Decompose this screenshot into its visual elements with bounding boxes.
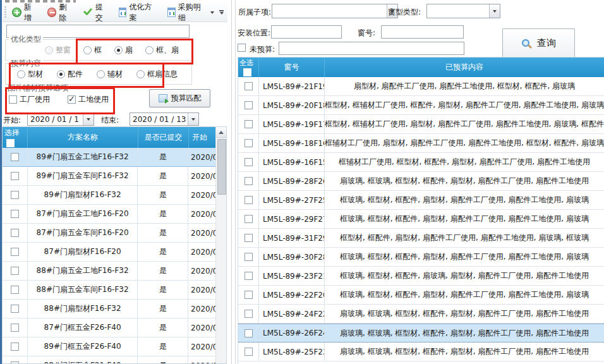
checkbox-icon[interactable] <box>9 95 17 104</box>
row-select-cell[interactable] <box>3 148 28 166</box>
radio-icon[interactable] <box>17 70 25 78</box>
table-row[interactable]: LM5L-89#-23F21框玻璃, 框型材, 框配件, 扇玻璃, 扇型材, 扇… <box>238 267 604 286</box>
table-row[interactable]: LM5L-89#-31F29框型材, 框配件, 扇型材, 扇配件工厂使用, 扇配… <box>238 229 604 248</box>
table-row[interactable]: LM5L-89#-28F26扇玻璃, 框玻璃, 框型材, 框配件, 扇型材, 扇… <box>238 172 604 191</box>
select-all-checkbox[interactable] <box>6 139 15 147</box>
table-row[interactable]: LM5L-89#-24F22扇玻璃, 框玻璃, 框型材, 框配件, 扇型材, 扇… <box>238 305 604 324</box>
radio-icon[interactable] <box>145 46 154 54</box>
row-select-cell[interactable] <box>238 96 259 114</box>
table-row[interactable]: LM5L-89#-22F20框玻璃, 框型材, 框配件, 扇型材, 扇配件工厂使… <box>238 286 604 305</box>
table-row[interactable]: LM5L-89#-16F15框辅材工厂使用, 框型材, 框配件, 扇型材, 扇配… <box>238 153 604 172</box>
checkbox-icon[interactable] <box>245 234 253 242</box>
toolbar-button-add[interactable]: 新增 <box>9 0 42 25</box>
checkbox-icon[interactable] <box>11 343 19 351</box>
row-select-cell[interactable] <box>3 224 28 242</box>
toolbar-overflow-button[interactable] <box>217 9 226 16</box>
date-start-dropdown-button[interactable] <box>83 113 94 125</box>
no-budget-input[interactable] <box>279 42 464 55</box>
toolbar-grip[interactable] <box>4 6 6 19</box>
checkbox-icon[interactable] <box>245 101 253 109</box>
table-row[interactable]: 88#门扇五金工地F16-F32是2020/0 <box>3 262 215 281</box>
query-button[interactable]: 查询 <box>502 28 575 58</box>
budget-content-option-0[interactable]: 型材 <box>17 69 43 80</box>
checkbox-icon[interactable] <box>245 291 253 299</box>
plan-header-name[interactable]: 方案名称 <box>28 127 138 148</box>
checkbox-icon[interactable] <box>245 272 253 280</box>
toolbar-button-submit[interactable]: 提交 <box>79 0 114 25</box>
row-select-cell[interactable] <box>3 281 28 299</box>
row-select-cell[interactable] <box>238 210 259 228</box>
plan-header-submitted[interactable]: 是否已提交 <box>138 127 189 148</box>
row-select-cell[interactable] <box>238 305 259 323</box>
checkbox-icon[interactable] <box>11 267 19 275</box>
budget-content-option-3[interactable]: 框扇信息 <box>136 69 178 80</box>
checkbox-icon[interactable] <box>245 253 253 261</box>
checkbox-icon[interactable] <box>245 177 253 185</box>
table-row[interactable]: LM5L-89#-26F24扇玻璃, 框玻璃, 框型材, 框配件, 扇型材, 扇… <box>238 324 604 343</box>
row-select-cell[interactable] <box>238 191 259 209</box>
table-row[interactable]: 88#门框五金F21-F40是2020/0 <box>3 356 215 363</box>
optimize-type-option-2[interactable]: 扇 <box>114 45 133 56</box>
checkbox-icon[interactable] <box>245 139 253 147</box>
checkbox-icon[interactable] <box>11 229 19 237</box>
checkbox-icon[interactable] <box>245 329 253 337</box>
table-row[interactable]: LM5L-89#-19F17框型材, 框辅材工厂使用, 扇型材, 扇配件工厂使用… <box>238 115 604 134</box>
accessory-option-0[interactable]: 工厂使用 <box>9 94 50 105</box>
date-end-dropdown-button[interactable] <box>188 113 198 125</box>
table-row[interactable]: 87#门框五金F26-F40是2020/0 <box>3 318 215 337</box>
table-row[interactable]: 87#门扇五金工地F16-F20是2020/0 <box>3 205 215 224</box>
row-select-cell[interactable] <box>3 243 28 261</box>
date-end-picker[interactable]: 2020 / 01 / 13 <box>130 112 199 126</box>
table-row[interactable]: 89#门扇五金工地F16-F32是2020/0 <box>3 148 215 167</box>
sub-item-combo[interactable] <box>272 4 398 18</box>
checkbox-icon[interactable] <box>11 286 19 294</box>
radio-icon[interactable] <box>114 46 123 54</box>
row-select-cell[interactable] <box>238 229 259 247</box>
panel-splitter[interactable] <box>231 0 232 364</box>
checkbox-icon[interactable] <box>245 348 253 356</box>
budget-content-option-2[interactable]: 辅材 <box>97 69 123 80</box>
budget-match-button[interactable]: 预算匹配 <box>149 89 210 107</box>
row-select-cell[interactable] <box>238 324 259 342</box>
table-row[interactable]: LM5L-89#-18F16框辅材工厂使用, 扇型材, 扇配件工厂使用, 扇配件… <box>238 134 604 153</box>
checkbox-icon[interactable] <box>245 310 253 318</box>
row-select-cell[interactable] <box>3 167 28 185</box>
table-row[interactable]: LM5L-89#-25F23扇玻璃, 框玻璃, 框型材, 框配件, 扇型材, 扇… <box>238 343 604 361</box>
no-budget-checkbox[interactable] <box>238 44 246 52</box>
table-row[interactable]: LM5L-89#-29F27框玻璃, 框型材, 框配件, 扇型材, 扇配件工厂使… <box>238 210 604 229</box>
checkbox-icon[interactable] <box>68 95 76 104</box>
table-row[interactable]: 89#门扇型材F16-F32是2020/0 <box>3 186 215 205</box>
table-row[interactable]: LM5L-89#-30F28框玻璃, 框型材, 框配件, 扇型材, 扇配件工厂使… <box>238 248 604 267</box>
row-select-cell[interactable] <box>238 248 259 266</box>
plan-header-select[interactable]: 选择 <box>3 127 28 148</box>
panel-splitter[interactable] <box>235 0 236 364</box>
table-row[interactable]: LM5L-89#-20F18框型材, 框辅材工厂使用, 框配件, 扇型材, 扇配… <box>238 96 604 115</box>
row-select-cell[interactable] <box>3 318 28 337</box>
table-row[interactable]: LM5L-89#-21F19扇型材, 扇配件工厂使用, 扇配件工地使用, 框型材… <box>238 77 604 96</box>
radio-icon[interactable] <box>83 46 92 54</box>
checkbox-icon[interactable] <box>11 191 19 199</box>
row-select-cell[interactable] <box>3 186 28 204</box>
accessory-option-1[interactable]: 工地使用 <box>68 94 109 105</box>
optimize-type-option-0[interactable]: 整窗 <box>45 45 71 56</box>
row-select-cell[interactable] <box>238 172 259 190</box>
select-all-checkbox[interactable] <box>243 68 251 76</box>
checkbox-icon[interactable] <box>11 210 19 218</box>
date-start-picker[interactable]: 2020 / 01 / 1 <box>27 112 94 126</box>
window-type-dropdown-button[interactable] <box>489 4 500 18</box>
optimize-type-option-1[interactable]: 框 <box>83 45 102 56</box>
window-header-content[interactable]: 已预算内容 <box>325 58 604 77</box>
optimize-type-option-3[interactable]: 框、扇 <box>145 45 179 56</box>
window-type-combo[interactable] <box>426 4 500 18</box>
checkbox-icon[interactable] <box>245 215 253 223</box>
row-select-cell[interactable] <box>3 337 28 356</box>
row-select-cell[interactable] <box>3 262 28 280</box>
checkbox-icon[interactable] <box>11 248 19 256</box>
table-row[interactable]: 88#门扇五金车间F16-F32是2020/0 <box>3 281 215 300</box>
row-select-cell[interactable] <box>238 267 259 285</box>
checkbox-icon[interactable] <box>245 82 253 90</box>
row-select-cell[interactable] <box>238 343 259 361</box>
plan-header-start[interactable]: 开始 <box>189 127 216 148</box>
checkbox-icon[interactable] <box>245 120 253 128</box>
install-position-input[interactable] <box>271 25 342 39</box>
